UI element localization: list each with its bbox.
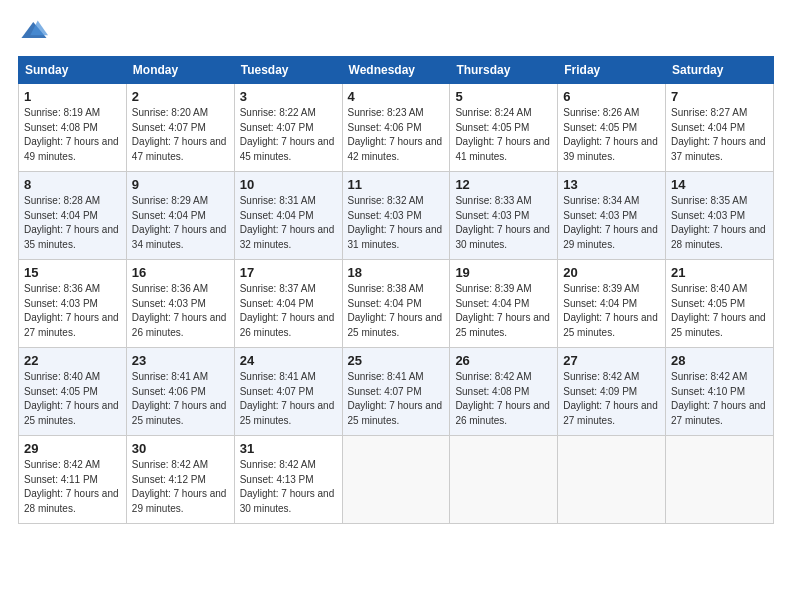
- day-detail: Sunrise: 8:28 AMSunset: 4:04 PMDaylight:…: [24, 194, 121, 252]
- weekday-header-tuesday: Tuesday: [234, 57, 342, 84]
- calendar-cell: 16Sunrise: 8:36 AMSunset: 4:03 PMDayligh…: [126, 260, 234, 348]
- day-detail: Sunrise: 8:23 AMSunset: 4:06 PMDaylight:…: [348, 106, 445, 164]
- day-detail: Sunrise: 8:26 AMSunset: 4:05 PMDaylight:…: [563, 106, 660, 164]
- calendar-cell: 14Sunrise: 8:35 AMSunset: 4:03 PMDayligh…: [666, 172, 774, 260]
- day-number: 6: [563, 89, 660, 104]
- day-number: 17: [240, 265, 337, 280]
- calendar-cell: [558, 436, 666, 524]
- calendar-cell: 29Sunrise: 8:42 AMSunset: 4:11 PMDayligh…: [19, 436, 127, 524]
- day-detail: Sunrise: 8:31 AMSunset: 4:04 PMDaylight:…: [240, 194, 337, 252]
- day-number: 15: [24, 265, 121, 280]
- calendar-week-row: 15Sunrise: 8:36 AMSunset: 4:03 PMDayligh…: [19, 260, 774, 348]
- calendar-week-row: 22Sunrise: 8:40 AMSunset: 4:05 PMDayligh…: [19, 348, 774, 436]
- calendar-cell: 6Sunrise: 8:26 AMSunset: 4:05 PMDaylight…: [558, 84, 666, 172]
- calendar-cell: 20Sunrise: 8:39 AMSunset: 4:04 PMDayligh…: [558, 260, 666, 348]
- calendar-cell: 19Sunrise: 8:39 AMSunset: 4:04 PMDayligh…: [450, 260, 558, 348]
- day-detail: Sunrise: 8:27 AMSunset: 4:04 PMDaylight:…: [671, 106, 768, 164]
- day-detail: Sunrise: 8:35 AMSunset: 4:03 PMDaylight:…: [671, 194, 768, 252]
- calendar-cell: 7Sunrise: 8:27 AMSunset: 4:04 PMDaylight…: [666, 84, 774, 172]
- weekday-header-sunday: Sunday: [19, 57, 127, 84]
- calendar-cell: 11Sunrise: 8:32 AMSunset: 4:03 PMDayligh…: [342, 172, 450, 260]
- day-detail: Sunrise: 8:41 AMSunset: 4:07 PMDaylight:…: [240, 370, 337, 428]
- day-number: 27: [563, 353, 660, 368]
- day-detail: Sunrise: 8:20 AMSunset: 4:07 PMDaylight:…: [132, 106, 229, 164]
- day-number: 19: [455, 265, 552, 280]
- calendar-cell: 28Sunrise: 8:42 AMSunset: 4:10 PMDayligh…: [666, 348, 774, 436]
- day-detail: Sunrise: 8:39 AMSunset: 4:04 PMDaylight:…: [563, 282, 660, 340]
- calendar-cell: 5Sunrise: 8:24 AMSunset: 4:05 PMDaylight…: [450, 84, 558, 172]
- day-detail: Sunrise: 8:22 AMSunset: 4:07 PMDaylight:…: [240, 106, 337, 164]
- day-detail: Sunrise: 8:29 AMSunset: 4:04 PMDaylight:…: [132, 194, 229, 252]
- page: SundayMondayTuesdayWednesdayThursdayFrid…: [0, 0, 792, 612]
- day-number: 20: [563, 265, 660, 280]
- calendar-cell: 23Sunrise: 8:41 AMSunset: 4:06 PMDayligh…: [126, 348, 234, 436]
- day-detail: Sunrise: 8:37 AMSunset: 4:04 PMDaylight:…: [240, 282, 337, 340]
- day-number: 8: [24, 177, 121, 192]
- calendar-cell: 30Sunrise: 8:42 AMSunset: 4:12 PMDayligh…: [126, 436, 234, 524]
- day-number: 22: [24, 353, 121, 368]
- day-number: 21: [671, 265, 768, 280]
- day-number: 16: [132, 265, 229, 280]
- day-detail: Sunrise: 8:42 AMSunset: 4:13 PMDaylight:…: [240, 458, 337, 516]
- day-number: 24: [240, 353, 337, 368]
- weekday-header-saturday: Saturday: [666, 57, 774, 84]
- day-detail: Sunrise: 8:36 AMSunset: 4:03 PMDaylight:…: [24, 282, 121, 340]
- day-detail: Sunrise: 8:24 AMSunset: 4:05 PMDaylight:…: [455, 106, 552, 164]
- calendar-week-row: 8Sunrise: 8:28 AMSunset: 4:04 PMDaylight…: [19, 172, 774, 260]
- day-number: 26: [455, 353, 552, 368]
- day-number: 1: [24, 89, 121, 104]
- calendar-cell: 17Sunrise: 8:37 AMSunset: 4:04 PMDayligh…: [234, 260, 342, 348]
- day-number: 9: [132, 177, 229, 192]
- calendar-cell: 21Sunrise: 8:40 AMSunset: 4:05 PMDayligh…: [666, 260, 774, 348]
- day-number: 12: [455, 177, 552, 192]
- day-number: 3: [240, 89, 337, 104]
- day-detail: Sunrise: 8:42 AMSunset: 4:12 PMDaylight:…: [132, 458, 229, 516]
- logo-icon: [20, 18, 48, 42]
- weekday-header-thursday: Thursday: [450, 57, 558, 84]
- day-number: 10: [240, 177, 337, 192]
- day-detail: Sunrise: 8:34 AMSunset: 4:03 PMDaylight:…: [563, 194, 660, 252]
- day-detail: Sunrise: 8:39 AMSunset: 4:04 PMDaylight:…: [455, 282, 552, 340]
- day-detail: Sunrise: 8:42 AMSunset: 4:10 PMDaylight:…: [671, 370, 768, 428]
- calendar-cell: 3Sunrise: 8:22 AMSunset: 4:07 PMDaylight…: [234, 84, 342, 172]
- day-detail: Sunrise: 8:42 AMSunset: 4:09 PMDaylight:…: [563, 370, 660, 428]
- calendar-cell: 1Sunrise: 8:19 AMSunset: 4:08 PMDaylight…: [19, 84, 127, 172]
- calendar-cell: 24Sunrise: 8:41 AMSunset: 4:07 PMDayligh…: [234, 348, 342, 436]
- calendar-cell: 18Sunrise: 8:38 AMSunset: 4:04 PMDayligh…: [342, 260, 450, 348]
- calendar-cell: 31Sunrise: 8:42 AMSunset: 4:13 PMDayligh…: [234, 436, 342, 524]
- calendar-cell: 27Sunrise: 8:42 AMSunset: 4:09 PMDayligh…: [558, 348, 666, 436]
- weekday-header-row: SundayMondayTuesdayWednesdayThursdayFrid…: [19, 57, 774, 84]
- day-detail: Sunrise: 8:40 AMSunset: 4:05 PMDaylight:…: [671, 282, 768, 340]
- day-number: 5: [455, 89, 552, 104]
- day-number: 31: [240, 441, 337, 456]
- calendar-cell: 22Sunrise: 8:40 AMSunset: 4:05 PMDayligh…: [19, 348, 127, 436]
- header: [18, 18, 774, 46]
- day-detail: Sunrise: 8:41 AMSunset: 4:07 PMDaylight:…: [348, 370, 445, 428]
- day-detail: Sunrise: 8:19 AMSunset: 4:08 PMDaylight:…: [24, 106, 121, 164]
- day-detail: Sunrise: 8:33 AMSunset: 4:03 PMDaylight:…: [455, 194, 552, 252]
- weekday-header-wednesday: Wednesday: [342, 57, 450, 84]
- calendar-cell: 9Sunrise: 8:29 AMSunset: 4:04 PMDaylight…: [126, 172, 234, 260]
- day-number: 23: [132, 353, 229, 368]
- day-number: 2: [132, 89, 229, 104]
- day-detail: Sunrise: 8:32 AMSunset: 4:03 PMDaylight:…: [348, 194, 445, 252]
- calendar-cell: [666, 436, 774, 524]
- calendar-table: SundayMondayTuesdayWednesdayThursdayFrid…: [18, 56, 774, 524]
- day-number: 25: [348, 353, 445, 368]
- day-number: 7: [671, 89, 768, 104]
- day-number: 29: [24, 441, 121, 456]
- day-number: 30: [132, 441, 229, 456]
- calendar-cell: 12Sunrise: 8:33 AMSunset: 4:03 PMDayligh…: [450, 172, 558, 260]
- day-number: 14: [671, 177, 768, 192]
- weekday-header-friday: Friday: [558, 57, 666, 84]
- calendar-cell: 26Sunrise: 8:42 AMSunset: 4:08 PMDayligh…: [450, 348, 558, 436]
- calendar-cell: 4Sunrise: 8:23 AMSunset: 4:06 PMDaylight…: [342, 84, 450, 172]
- day-detail: Sunrise: 8:41 AMSunset: 4:06 PMDaylight:…: [132, 370, 229, 428]
- day-number: 18: [348, 265, 445, 280]
- calendar-cell: [450, 436, 558, 524]
- calendar-cell: 8Sunrise: 8:28 AMSunset: 4:04 PMDaylight…: [19, 172, 127, 260]
- day-detail: Sunrise: 8:38 AMSunset: 4:04 PMDaylight:…: [348, 282, 445, 340]
- calendar-week-row: 29Sunrise: 8:42 AMSunset: 4:11 PMDayligh…: [19, 436, 774, 524]
- day-number: 28: [671, 353, 768, 368]
- day-detail: Sunrise: 8:42 AMSunset: 4:11 PMDaylight:…: [24, 458, 121, 516]
